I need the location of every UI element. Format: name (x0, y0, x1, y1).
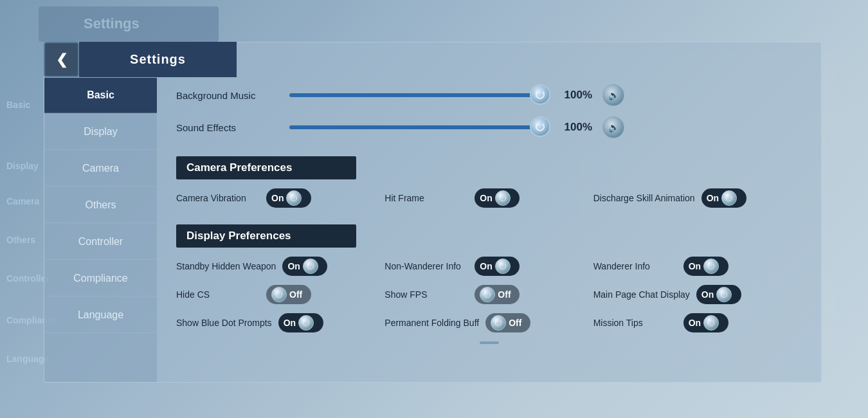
top-bar-title: Settings (84, 15, 140, 32)
non-wanderer-info-toggle[interactable]: On (475, 257, 520, 276)
background-music-slider[interactable] (289, 93, 547, 98)
standby-hidden-weapon-knob (303, 259, 318, 274)
sound-effects-label: Sound Effects (176, 122, 279, 133)
mission-tips-label: Mission Tips (593, 318, 677, 328)
camera-vibration-state: On (271, 193, 284, 203)
wanderer-info-state: On (689, 261, 701, 271)
permanent-folding-knob (491, 315, 506, 331)
permanent-folding-toggle[interactable]: Off (485, 313, 530, 332)
discharge-skill-toggle[interactable]: On (701, 188, 746, 208)
sidebar-item-basic[interactable]: Basic (44, 78, 157, 113)
standby-hidden-weapon-item: Standby Hidden Weapon On (176, 257, 384, 276)
show-blue-dot-item: Show Blue Dot Prompts On (176, 313, 384, 332)
mute-icon: 🔈 (608, 90, 619, 100)
sidebar-item-others[interactable]: Others (44, 188, 157, 223)
sidebar-item-controller[interactable]: Controller (44, 224, 157, 260)
main-page-chat-knob (716, 287, 732, 302)
sidebar-item-language[interactable]: Language (44, 298, 157, 333)
standby-hidden-weapon-state: On (287, 261, 300, 271)
sound-effects-knob[interactable] (530, 116, 550, 137)
sound-mute-icon: 🔈 (608, 122, 619, 132)
hit-frame-toggle[interactable]: On (475, 188, 520, 208)
permanent-folding-item: Permanent Folding Buff Off (384, 313, 593, 332)
non-wanderer-info-label: Non-Wanderer Info (384, 261, 468, 271)
side-label-display: Display (6, 161, 39, 171)
background-music-knob[interactable] (530, 84, 550, 105)
background-music-track (289, 93, 547, 97)
show-blue-dot-label: Show Blue Dot Prompts (176, 318, 272, 328)
display-row-3: Show Blue Dot Prompts On Permanent Foldi… (176, 313, 802, 332)
display-row-2: Hide CS Off Show FPS Off Main Page Chat … (176, 285, 802, 304)
settings-title-bar: Settings (79, 42, 237, 77)
standby-hidden-weapon-label: Standby Hidden Weapon (176, 261, 276, 271)
show-blue-dot-state: On (284, 318, 296, 328)
background-music-label: Background Music (176, 90, 279, 101)
hit-frame-label: Hit Frame (384, 193, 468, 203)
discharge-skill-label: Discharge Skill Animation (593, 193, 695, 203)
bottom-indicator (176, 341, 802, 344)
sidebar-item-camera[interactable]: Camera (44, 151, 157, 186)
settings-panel: Basic Display Camera Others Controller C… (44, 42, 822, 383)
main-page-chat-state: On (701, 289, 714, 300)
wanderer-info-knob (703, 259, 719, 274)
background-music-percent: 100% (557, 89, 592, 102)
mission-tips-toggle[interactable]: On (683, 313, 728, 332)
discharge-skill-item: Discharge Skill Animation On (593, 188, 802, 208)
standby-hidden-weapon-toggle[interactable]: On (282, 257, 327, 276)
camera-vibration-item: Camera Vibration On (176, 188, 384, 208)
main-page-chat-toggle[interactable]: On (696, 285, 741, 304)
hide-cs-item: Hide CS Off (176, 285, 384, 304)
discharge-skill-state: On (707, 193, 719, 203)
hit-frame-item: Hit Frame On (384, 188, 593, 208)
settings-title: Settings (130, 52, 186, 67)
hide-cs-toggle[interactable]: Off (266, 285, 311, 304)
wanderer-info-toggle[interactable]: On (683, 257, 728, 276)
sidebar: Basic Display Camera Others Controller C… (44, 42, 157, 382)
display-row-1: Standby Hidden Weapon On Non-Wanderer In… (176, 257, 802, 276)
mission-tips-item: Mission Tips On (593, 313, 802, 332)
non-wanderer-info-state: On (480, 261, 492, 271)
side-label-others: Others (6, 235, 35, 245)
show-blue-dot-knob (298, 315, 314, 331)
side-label-basic: Basic (6, 100, 30, 110)
back-button[interactable]: ❮ (44, 42, 79, 77)
non-wanderer-info-knob (495, 259, 511, 274)
show-fps-state: Off (498, 289, 511, 300)
show-fps-item: Show FPS Off (384, 285, 593, 304)
side-label-camera: Camera (6, 196, 39, 206)
display-preferences-header: Display Preferences (176, 224, 356, 248)
permanent-folding-state: Off (509, 318, 521, 328)
sound-effects-mute-button[interactable]: 🔈 (602, 116, 624, 138)
camera-vibration-toggle[interactable]: On (266, 188, 311, 208)
background-music-mute-button[interactable]: 🔈 (602, 84, 624, 106)
background-music-row: Background Music 100% 🔈 (176, 84, 802, 106)
back-icon: ❮ (56, 51, 68, 68)
camera-preferences-header: Camera Preferences (176, 156, 356, 179)
main-page-chat-label: Main Page Chat Display (593, 289, 690, 300)
show-fps-knob (480, 287, 495, 302)
hit-frame-knob (495, 190, 511, 206)
mission-tips-knob (703, 315, 719, 331)
hit-frame-state: On (480, 193, 492, 203)
camera-preferences-row: Camera Vibration On Hit Frame On Dischar… (176, 188, 802, 208)
show-fps-toggle[interactable]: Off (475, 285, 520, 304)
side-label-language: Language (6, 354, 49, 364)
hide-cs-knob (271, 287, 287, 302)
non-wanderer-info-item: Non-Wanderer Info On (384, 257, 593, 276)
wanderer-info-item: Wanderer Info On (593, 257, 802, 276)
sidebar-item-display[interactable]: Display (44, 114, 157, 150)
sidebar-item-compliance[interactable]: Compliance (44, 261, 157, 296)
settings-header: ❮ Settings (44, 42, 237, 77)
sound-effects-percent: 100% (557, 121, 592, 134)
mission-tips-state: On (689, 318, 701, 328)
sound-effects-slider[interactable] (289, 125, 547, 130)
show-blue-dot-toggle[interactable]: On (278, 313, 323, 332)
scroll-dot (480, 341, 499, 344)
sound-effects-track (289, 125, 547, 129)
side-label-controller: Controller (6, 273, 50, 284)
wanderer-info-label: Wanderer Info (593, 261, 677, 271)
main-page-chat-item: Main Page Chat Display On (593, 285, 802, 304)
show-fps-label: Show FPS (384, 289, 468, 300)
sound-effects-row: Sound Effects 100% 🔈 (176, 116, 802, 138)
discharge-skill-knob (721, 190, 737, 206)
